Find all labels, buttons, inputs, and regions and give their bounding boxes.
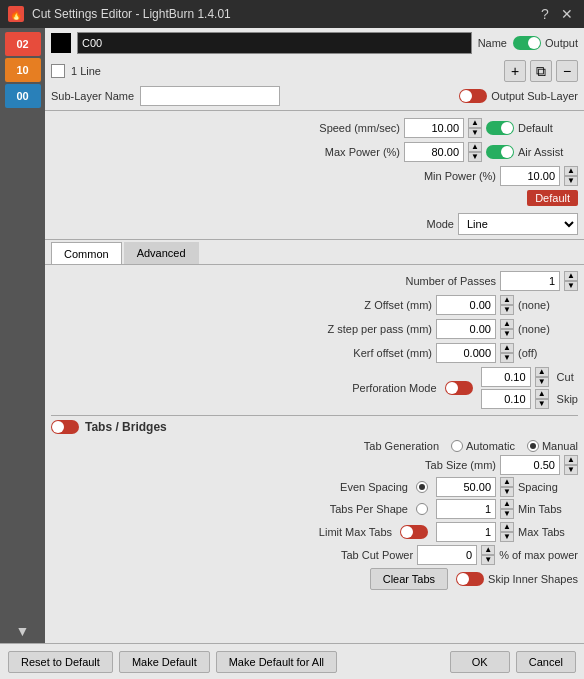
tab-size-input[interactable]	[500, 455, 560, 475]
speed-spin-down[interactable]: ▼	[468, 128, 482, 138]
perf-skip-spin-down[interactable]: ▼	[535, 399, 549, 409]
min-power-spin-down[interactable]: ▼	[564, 176, 578, 186]
tab-size-spin-down[interactable]: ▼	[564, 465, 578, 475]
perf-skip-spin-up[interactable]: ▲	[535, 389, 549, 399]
perf-skip-input[interactable]	[481, 389, 531, 409]
clear-tabs-button[interactable]: Clear Tabs	[370, 568, 448, 590]
even-spacing-spin-up[interactable]: ▲	[500, 477, 514, 487]
perf-cut-label: Cut	[557, 371, 574, 383]
zoffset-spin-up[interactable]: ▲	[500, 295, 514, 305]
tabs-per-shape-label: Tabs Per Shape	[330, 503, 408, 515]
sublayer-name-input[interactable]	[140, 86, 280, 106]
output-toggle[interactable]	[513, 36, 541, 50]
kerf-note: (off)	[518, 347, 578, 359]
speed-input[interactable]	[404, 118, 464, 138]
speed-spin-up[interactable]: ▲	[468, 118, 482, 128]
zoffset-input[interactable]	[436, 295, 496, 315]
zstep-spin-up[interactable]: ▲	[500, 319, 514, 329]
tabs-bridges-toggle[interactable]	[51, 420, 79, 434]
radio-manual[interactable]: Manual	[527, 440, 578, 452]
sidebar-scroll-down[interactable]: ▼	[16, 623, 30, 639]
even-spacing-input[interactable]	[436, 477, 496, 497]
perf-cut-spin-up[interactable]: ▲	[535, 367, 549, 377]
cancel-button[interactable]: Cancel	[516, 651, 576, 673]
passes-spin-down[interactable]: ▼	[564, 281, 578, 291]
skip-inner-shapes-toggle[interactable]	[456, 572, 484, 586]
perf-cut-spin-down[interactable]: ▼	[535, 377, 549, 387]
tabs-per-shape-input[interactable]	[436, 499, 496, 519]
tabs-per-shape-radio[interactable]	[416, 503, 428, 515]
speed-toggle[interactable]	[486, 121, 514, 135]
footer-right: OK Cancel	[450, 651, 576, 673]
passes-input[interactable]	[500, 271, 560, 291]
ok-button[interactable]: OK	[450, 651, 510, 673]
min-power-input[interactable]	[500, 166, 560, 186]
tab-cut-power-input[interactable]	[417, 545, 477, 565]
max-power-input[interactable]	[404, 142, 464, 162]
name-input[interactable]	[77, 32, 472, 54]
kerf-input[interactable]	[436, 343, 496, 363]
speed-label: Speed (mm/sec)	[319, 122, 400, 134]
tabs-per-shape-spin-down[interactable]: ▼	[500, 509, 514, 519]
help-button[interactable]: ?	[536, 5, 554, 23]
tabs-bridges-header: Tabs / Bridges	[51, 415, 578, 438]
dup-layer-button[interactable]: ⧉	[530, 60, 552, 82]
even-spacing-radio[interactable]	[416, 481, 428, 493]
clear-tabs-row: Clear Tabs Skip Inner Shapes	[51, 566, 578, 592]
tab-advanced[interactable]: Advanced	[124, 242, 199, 264]
tab-gen-row: Tab Generation Automatic Manual	[51, 438, 578, 454]
passes-spin-up[interactable]: ▲	[564, 271, 578, 281]
layer-checkbox[interactable]	[51, 64, 65, 78]
perf-cut-input[interactable]	[481, 367, 531, 387]
air-assist-toggle[interactable]	[486, 145, 514, 159]
sidebar-btn-00[interactable]: 00	[5, 84, 41, 108]
tabs-bridges-title: Tabs / Bridges	[85, 420, 167, 434]
kerf-spin-up[interactable]: ▲	[500, 343, 514, 353]
min-power-row: Min Power (%) ▲ ▼	[51, 165, 578, 187]
tab-cut-power-label: Tab Cut Power	[341, 549, 413, 561]
zstep-spin-down[interactable]: ▼	[500, 329, 514, 339]
tab-common[interactable]: Common	[51, 242, 122, 264]
zoffset-spin-down[interactable]: ▼	[500, 305, 514, 315]
perf-mode-toggle[interactable]	[445, 381, 473, 395]
make-default-all-button[interactable]: Make Default for All	[216, 651, 337, 673]
limit-max-tabs-spin-up[interactable]: ▲	[500, 522, 514, 532]
tab-size-spin-up[interactable]: ▲	[564, 455, 578, 465]
limit-max-tabs-spin-down[interactable]: ▼	[500, 532, 514, 542]
add-layer-button[interactable]: +	[504, 60, 526, 82]
zoffset-spin: ▲ ▼	[500, 295, 514, 315]
sidebar-btn-10[interactable]: 10	[5, 58, 41, 82]
radio-manual-circle	[527, 440, 539, 452]
sidebar: 02 10 00 ▼	[0, 28, 45, 643]
limit-max-tabs-toggle[interactable]	[400, 525, 428, 539]
zstep-input[interactable]	[436, 319, 496, 339]
even-spacing-row: Even Spacing ▲ ▼ Spacing	[51, 476, 578, 498]
tab-cut-power-spin: ▲ ▼	[481, 545, 495, 565]
sidebar-btn-02[interactable]: 02	[5, 32, 41, 56]
max-power-spin-up[interactable]: ▲	[468, 142, 482, 152]
tab-cut-power-spin-down[interactable]: ▼	[481, 555, 495, 565]
radio-automatic[interactable]: Automatic	[451, 440, 515, 452]
max-power-spin-down[interactable]: ▼	[468, 152, 482, 162]
close-button[interactable]: ✕	[558, 5, 576, 23]
kerf-spin-down[interactable]: ▼	[500, 353, 514, 363]
del-layer-button[interactable]: −	[556, 60, 578, 82]
output-sublayer-toggle[interactable]	[459, 89, 487, 103]
window-controls: ? ✕	[536, 5, 576, 23]
min-power-spin-up[interactable]: ▲	[564, 166, 578, 176]
reset-default-button[interactable]: Reset to Default	[8, 651, 113, 673]
mode-select[interactable]: Line Fill	[458, 213, 578, 235]
default-button[interactable]: Default	[527, 190, 578, 206]
color-strip[interactable]	[51, 33, 71, 53]
limit-max-tabs-input[interactable]	[436, 522, 496, 542]
footer-left: Reset to Default Make Default Make Defau…	[8, 651, 337, 673]
tab-cut-power-spin-up[interactable]: ▲	[481, 545, 495, 555]
kerf-spin: ▲ ▼	[500, 343, 514, 363]
tabs-per-shape-spin-up[interactable]: ▲	[500, 499, 514, 509]
section-content: Number of Passes ▲ ▼ Z Offset (mm) ▲ ▼ (…	[45, 265, 584, 643]
perf-values: ▲ ▼ Cut ▲ ▼ Skip	[481, 367, 578, 409]
default-row: Default	[51, 189, 578, 207]
max-tabs-label: Max Tabs	[518, 526, 578, 538]
even-spacing-spin-down[interactable]: ▼	[500, 487, 514, 497]
make-default-button[interactable]: Make Default	[119, 651, 210, 673]
